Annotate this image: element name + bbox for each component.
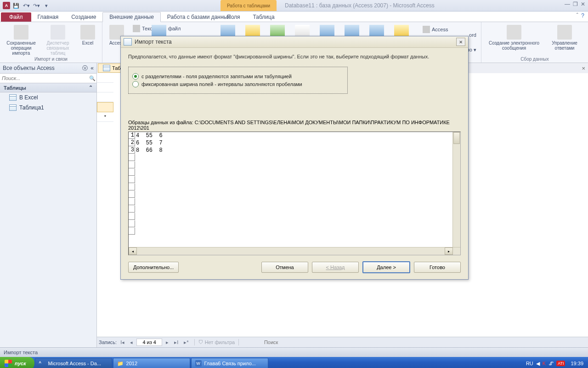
minimize-ribbon-icon[interactable]: ˆ	[577, 12, 578, 19]
nav-item-excel[interactable]: В Excel	[0, 92, 96, 103]
folder-icon: 📁	[117, 361, 124, 367]
taskbar-item-word[interactable]: WГлава6 Связь прило...	[191, 358, 268, 368]
tray-icon[interactable]: 🖇	[548, 361, 554, 366]
sample-data-box: 14 55 6 26 55 7 38 66 8 . . . . . . . . …	[128, 132, 461, 255]
export-access-button[interactable]: Access	[423, 26, 448, 33]
dialog-title: Импорт текста	[135, 39, 172, 45]
horizontal-scrollbar[interactable]: ◂ ▸	[129, 247, 460, 255]
taskbar-item-folder[interactable]: 📁2012	[113, 358, 190, 368]
dialog-description: Предполагается, что данные имеют формат …	[128, 53, 461, 60]
ribbon-tabs: Файл Главная Создание Внешние данные Раб…	[0, 12, 588, 22]
ribbon-help: ˆ ?	[577, 12, 584, 19]
line-number: 3	[129, 147, 135, 154]
window-controls: ― ❐ ✕	[565, 1, 585, 7]
scroll-right-button[interactable]: ▸	[445, 247, 453, 255]
prev-record-button[interactable]: ◂	[128, 339, 135, 345]
vertical-scrollbar[interactable]	[452, 132, 460, 247]
tab-home[interactable]: Главная	[31, 12, 65, 22]
nav-search-input[interactable]	[0, 75, 88, 82]
next-button[interactable]: Далее >	[362, 261, 410, 273]
radio-icon	[132, 81, 139, 87]
line-number: 1	[129, 132, 135, 139]
nav-header-label: Все объекты Access	[3, 65, 55, 71]
start-button[interactable]: пуск	[0, 357, 34, 368]
no-filter-label: ⛉ Нет фильтра	[198, 339, 235, 345]
nav-category-label: Таблицы	[4, 85, 26, 91]
qat-customize-icon[interactable]: ▾	[42, 1, 51, 10]
tab-create[interactable]: Создание	[65, 12, 102, 22]
tray-ati-icon[interactable]: ATI	[556, 361, 565, 366]
app-logo-icon[interactable]: A	[3, 2, 10, 9]
help-icon[interactable]: ?	[581, 12, 584, 19]
access-icon: A	[39, 360, 45, 367]
nav-header[interactable]: Все объекты Access ⓥ «	[0, 63, 96, 74]
dialog-icon	[124, 38, 132, 46]
tab-fields[interactable]: Поля	[220, 12, 247, 22]
row-selector-active[interactable]	[97, 102, 113, 112]
ribbon-group-collect: Создание электронного сообщения Управлен…	[481, 22, 588, 63]
dialog-body: Предполагается, что данные имеют формат …	[121, 48, 468, 259]
ribbon-group-import: Сохраненные операции импорта Диспетчер с…	[0, 22, 102, 63]
row-selector[interactable]	[97, 92, 113, 102]
radio-fixed-width[interactable]: фиксированная ширина полей - интервалы з…	[132, 81, 344, 87]
navigation-pane: Все объекты Access ⓥ « 🔍 Таблицы ⌃ В Exc…	[0, 63, 97, 347]
ribbon-group-label: Импорт и связи	[34, 57, 68, 62]
row-selector-new[interactable]: *	[97, 112, 113, 122]
word-icon: W	[195, 360, 202, 367]
restore-icon[interactable]: ❐	[573, 1, 578, 7]
tab-table[interactable]: Таблица	[247, 12, 281, 22]
taskbar-item-access[interactable]: AMicrosoft Access - Da...	[35, 358, 112, 368]
minimize-icon[interactable]: ―	[565, 1, 570, 7]
row-selector[interactable]	[97, 83, 113, 92]
record-position-input[interactable]	[136, 339, 162, 346]
undo-icon[interactable]: ↶▾	[22, 1, 30, 10]
title-bar: A 💾 ↶▾ ↷▾ ▾ Работа с таблицами Database1…	[0, 0, 588, 12]
finish-button[interactable]: Готово	[414, 262, 461, 273]
redo-icon[interactable]: ↷▾	[32, 1, 40, 10]
close-icon[interactable]: ✕	[581, 1, 585, 7]
nav-category-tables[interactable]: Таблицы ⌃	[0, 83, 96, 92]
record-search-input[interactable]	[243, 339, 300, 345]
row-selector[interactable]	[97, 73, 113, 83]
collapse-icon[interactable]: ⌃	[89, 85, 93, 91]
dialog-button-row: Дополнительно... Отмена < Назад Далее > …	[121, 259, 468, 279]
status-bar: Импорт текста	[0, 347, 588, 357]
sample-cell: 8 66 8	[135, 147, 163, 154]
saved-imports-button[interactable]: Сохраненные операции импорта	[5, 23, 37, 56]
scrollbar-thumb[interactable]	[453, 132, 460, 144]
advanced-button[interactable]: Дополнительно...	[128, 262, 179, 273]
scroll-left-button[interactable]: ◂	[129, 247, 137, 255]
save-icon[interactable]: 💾	[12, 1, 20, 10]
create-email-button[interactable]: Создание электронного сообщения	[486, 23, 542, 51]
sample-grid: 14 55 6 26 55 7 38 66 8 . . . . . . . . …	[129, 132, 460, 235]
last-record-button[interactable]: ▸I	[172, 339, 180, 345]
new-record-button[interactable]: ▸*	[182, 339, 190, 345]
clock[interactable]: 19:39	[568, 361, 586, 366]
import-excel-button[interactable]: Excel	[79, 23, 97, 46]
dialog-close-button[interactable]: ✕	[456, 38, 465, 46]
cancel-button[interactable]: Отмена	[261, 262, 308, 273]
search-icon[interactable]: 🔍	[88, 75, 96, 81]
language-indicator[interactable]: RU	[526, 361, 533, 366]
record-label: Запись:	[99, 339, 117, 345]
table-icon	[9, 104, 17, 111]
close-document-icon[interactable]: ×	[582, 65, 585, 72]
nav-collapse-icon[interactable]: ⓥ «	[82, 64, 94, 72]
quick-access-toolbar: A 💾 ↶▾ ↷▾ ▾	[0, 1, 51, 10]
record-navigator: Запись: I◂ ◂ ▸ ▸I ▸* ⛉ Нет фильтра	[97, 337, 588, 347]
manage-replies-button[interactable]: Управление ответами	[546, 23, 583, 51]
linked-table-manager-button: Диспетчер связанных таблиц	[42, 23, 74, 56]
nav-item-table1[interactable]: Таблица1	[0, 103, 96, 113]
import-text-dialog: Импорт текста ✕ Предполагается, что данн…	[120, 36, 469, 280]
tab-external-data[interactable]: Внешние данные	[102, 12, 161, 22]
first-record-button[interactable]: I◂	[119, 339, 126, 345]
table-icon	[103, 65, 110, 71]
format-options-frame: с разделителями - поля разделяются запят…	[128, 67, 348, 94]
radio-delimited[interactable]: с разделителями - поля разделяются запят…	[132, 73, 344, 80]
file-tab[interactable]: Файл	[1, 12, 31, 22]
tray-icon[interactable]: ◀	[536, 361, 540, 367]
radio-icon	[132, 73, 139, 80]
system-tray: RU ◀ K 🖇 ATI 19:39	[526, 361, 586, 367]
next-record-button[interactable]: ▸	[164, 339, 170, 345]
tray-icon[interactable]: K	[543, 361, 546, 366]
